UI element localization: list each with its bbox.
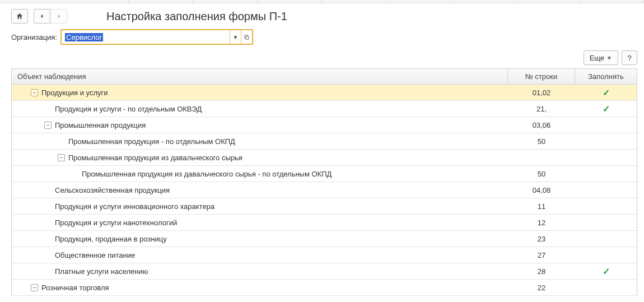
row-label: Продукция и услуги - по отдельным ОКВЭД	[55, 105, 202, 113]
page-title: Настройка заполнения формы П-1	[106, 10, 287, 23]
cell-object: Продукция и услуги инновационного характ…	[12, 202, 508, 211]
check-icon: ✓	[603, 267, 610, 276]
grid: Объект наблюдения № строки Заполнять −Пр…	[11, 68, 637, 296]
grid-body: −Продукция и услуги01,02✓Продукция и усл…	[12, 85, 637, 296]
cell-line-number: 04,08	[508, 186, 575, 194]
table-row[interactable]: −Промышленная продукция из давальческого…	[12, 150, 637, 166]
row-label: Промышленная продукция	[55, 121, 146, 129]
cell-line-number: 23	[508, 235, 575, 243]
cell-fill[interactable]: ✓	[575, 104, 637, 114]
cell-fill[interactable]: ✓	[575, 87, 637, 98]
cell-line-number: 03,06	[508, 121, 575, 129]
cell-line-number: 50	[508, 137, 575, 146]
chevron-down-icon: ▼	[233, 34, 239, 40]
arrow-right-icon	[55, 12, 63, 20]
table-row[interactable]: Продукция и услуги инновационного характ…	[12, 198, 637, 215]
right-controls: Еще ▼ ?	[0, 50, 644, 68]
row-label: Промышленная продукция из давальческого …	[82, 170, 332, 178]
table-row[interactable]: Промышленная продукция из давальческого …	[12, 166, 637, 182]
table-row[interactable]: Общественное питание27	[12, 247, 637, 263]
top-ruler	[0, 0, 644, 3]
home-button[interactable]	[11, 9, 28, 24]
collapse-icon[interactable]: −	[31, 89, 38, 96]
home-icon	[16, 12, 24, 20]
cell-line-number: 01,02	[508, 89, 575, 97]
more-label: Еще	[590, 54, 604, 62]
cell-object: −Продукция и услуги	[12, 89, 508, 97]
table-row[interactable]: Промышленная продукция - по отдельным ОК…	[12, 133, 637, 150]
cell-line-number: 28	[508, 267, 575, 276]
table-row[interactable]: Продукция и услуги нанотехнологий12	[12, 215, 637, 231]
cell-object: −Розничная торговля	[12, 284, 508, 292]
row-label: Платные услуги населению	[55, 267, 148, 276]
cell-object: Сельскохозяйственная продукция	[12, 186, 508, 194]
table-row[interactable]: Платные услуги населению28✓	[12, 263, 637, 280]
help-button[interactable]: ?	[622, 50, 637, 65]
arrow-left-icon	[38, 12, 46, 20]
table-row[interactable]: −Продукция и услуги01,02✓	[12, 85, 637, 101]
row-label: Продукция и услуги	[41, 89, 108, 97]
cell-object: Общественное питание	[12, 251, 508, 259]
column-header-object[interactable]: Объект наблюдения	[12, 69, 508, 84]
column-header-fill[interactable]: Заполнять	[575, 69, 637, 84]
cell-line-number: 12	[508, 219, 575, 227]
cell-line-number: 22	[508, 284, 575, 292]
cell-object: Платные услуги населению	[12, 267, 508, 276]
row-label: Промышленная продукция - по отдельным ОК…	[68, 137, 235, 146]
row-label: Сельскохозяйственная продукция	[55, 186, 170, 194]
cell-line-number: 50	[508, 170, 575, 178]
back-button[interactable]	[34, 9, 50, 24]
column-header-line[interactable]: № строки	[508, 69, 575, 84]
organization-row: Организация: Сервислог ▼	[0, 27, 644, 50]
organization-value: Сервислог	[65, 33, 103, 41]
table-row[interactable]: Сельскохозяйственная продукция04,08	[12, 182, 637, 198]
cell-object: Промышленная продукция - по отдельным ОК…	[12, 137, 508, 146]
cell-fill[interactable]: ✓	[575, 266, 637, 277]
cell-object: −Промышленная продукция	[12, 121, 508, 129]
table-row[interactable]: Продукция и услуги - по отдельным ОКВЭД2…	[12, 101, 637, 117]
grid-header: Объект наблюдения № строки Заполнять	[12, 69, 637, 85]
svg-rect-1	[246, 36, 249, 39]
row-label: Продукция и услуги инновационного характ…	[55, 202, 214, 211]
row-label: Продукция, проданная в розницу	[55, 235, 167, 243]
nav-group	[34, 9, 67, 24]
organization-dropdown-button[interactable]: ▼	[230, 30, 241, 44]
organization-input[interactable]: Сервислог	[62, 31, 230, 43]
check-icon: ✓	[603, 88, 610, 97]
chevron-down-icon: ▼	[606, 55, 612, 61]
collapse-icon[interactable]: −	[58, 154, 65, 161]
cell-line-number: 21,	[508, 105, 575, 113]
forward-button[interactable]	[50, 9, 67, 24]
row-label: Промышленная продукция из давальческого …	[68, 154, 242, 162]
row-label: Общественное питание	[55, 251, 135, 259]
cell-object: Промышленная продукция из давальческого …	[12, 170, 508, 178]
toolbar: Настройка заполнения формы П-1	[0, 3, 644, 27]
cell-line-number: 11	[508, 202, 575, 211]
open-external-icon	[244, 34, 250, 40]
organization-label: Организация:	[11, 33, 57, 41]
more-button[interactable]: Еще ▼	[584, 50, 618, 65]
row-label: Розничная торговля	[41, 284, 109, 292]
table-row[interactable]: −Розничная торговля22	[12, 280, 637, 296]
cell-object: Продукция и услуги нанотехнологий	[12, 219, 508, 227]
check-icon: ✓	[603, 104, 610, 114]
cell-line-number: 27	[508, 251, 575, 259]
row-label: Продукция и услуги нанотехнологий	[55, 219, 177, 227]
collapse-icon[interactable]: −	[31, 284, 38, 291]
table-row[interactable]: −Промышленная продукция03,06	[12, 117, 637, 133]
organization-open-button[interactable]	[241, 30, 252, 44]
cell-object: Продукция и услуги - по отдельным ОКВЭД	[12, 105, 508, 113]
collapse-icon[interactable]: −	[44, 122, 52, 129]
help-label: ?	[627, 54, 631, 62]
cell-object: −Промышленная продукция из давальческого…	[12, 154, 508, 162]
table-row[interactable]: Продукция, проданная в розницу23	[12, 231, 637, 247]
organization-field[interactable]: Сервислог ▼	[60, 29, 253, 45]
cell-object: Продукция, проданная в розницу	[12, 235, 508, 243]
